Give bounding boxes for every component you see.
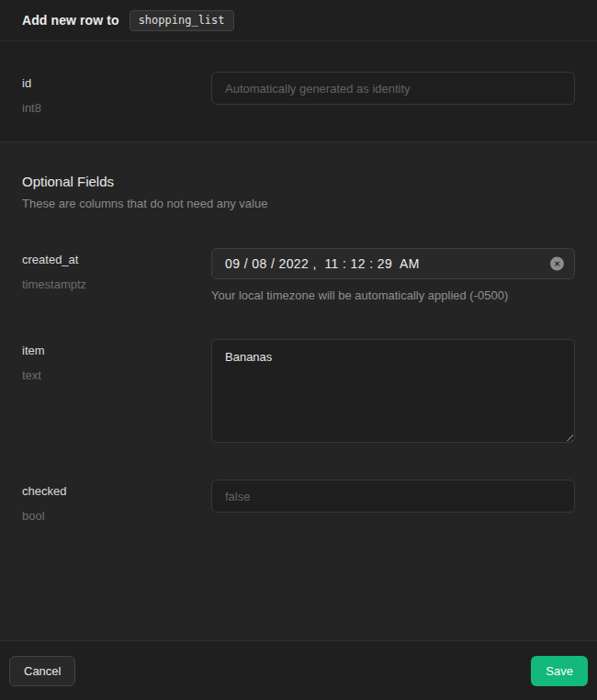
field-type-checked: bool — [22, 508, 211, 524]
field-name-item: item — [22, 343, 211, 358]
required-fields-section: id int8 — [0, 41, 597, 142]
clear-icon[interactable]: ✕ — [550, 257, 564, 271]
optional-fields-section: Optional Fields These are columns that d… — [0, 142, 597, 640]
cancel-button[interactable]: Cancel — [9, 656, 75, 686]
field-label-created-at: created_at timestamptz — [22, 248, 211, 292]
field-row-id: id int8 — [0, 72, 597, 116]
timezone-helper-text: Your local timezone will be automaticall… — [211, 288, 575, 302]
field-row-item: item text Bananas — [0, 339, 597, 443]
checked-input[interactable] — [211, 480, 575, 513]
field-type-item: text — [22, 367, 211, 383]
field-type-created-at: timestamptz — [22, 277, 211, 292]
field-row-checked: checked bool — [0, 480, 597, 524]
field-label-item: item text — [22, 339, 211, 383]
field-name-created-at: created_at — [22, 252, 211, 267]
field-control-id — [211, 72, 575, 105]
item-textarea[interactable]: Bananas — [211, 339, 575, 443]
add-row-panel: Add new row to shopping_list id int8 Opt… — [0, 0, 597, 700]
table-name-badge: shopping_list — [130, 10, 234, 31]
field-label-checked: checked bool — [22, 480, 211, 524]
field-label-id: id int8 — [22, 72, 211, 116]
save-button[interactable]: Save — [531, 656, 588, 686]
panel-header: Add new row to shopping_list — [0, 0, 597, 41]
panel-footer: Cancel Save — [0, 640, 597, 700]
field-name-checked: checked — [22, 483, 211, 499]
optional-fields-subtitle: These are columns that do not need any v… — [22, 197, 575, 210]
field-name-id: id — [22, 75, 211, 91]
field-row-created-at: created_at timestamptz 09 / 08 / 2022 , … — [0, 248, 597, 302]
field-type-id: int8 — [22, 100, 211, 116]
field-control-item: Bananas — [211, 339, 575, 443]
created-at-input[interactable]: 09 / 08 / 2022 , 11 : 12 : 29 AM ✕ — [211, 248, 575, 279]
field-control-created-at: 09 / 08 / 2022 , 11 : 12 : 29 AM ✕ Your … — [211, 248, 575, 302]
optional-fields-title: Optional Fields — [22, 174, 575, 189]
optional-fields-header: Optional Fields These are columns that d… — [0, 174, 597, 210]
created-at-value: 09 / 08 / 2022 , 11 : 12 : 29 AM — [225, 256, 420, 271]
panel-title: Add new row to — [22, 13, 119, 28]
field-control-checked — [211, 480, 575, 513]
id-input[interactable] — [211, 72, 575, 105]
item-textarea-wrap: Bananas — [211, 339, 575, 443]
